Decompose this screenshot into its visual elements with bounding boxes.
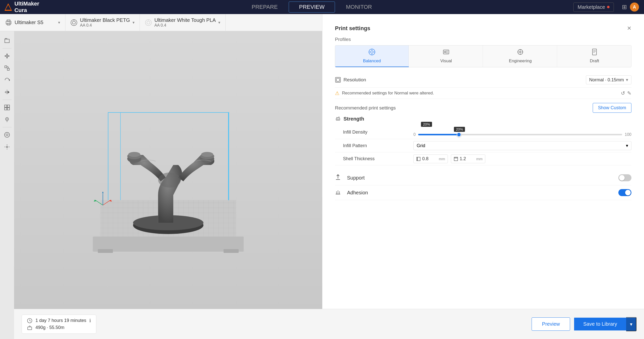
svg-point-45 (6, 146, 8, 148)
shell-top-unit: mm (476, 157, 483, 161)
time-info-icon[interactable]: ℹ (89, 318, 91, 323)
toolbar-open-file[interactable] (2, 35, 13, 46)
svg-rect-58 (98, 249, 113, 253)
nav-tabs: PREPARE PREVIEW MONITOR (50, 2, 573, 13)
recommended-title: Recommended print settings (335, 105, 396, 111)
resolution-row: Resolution Normal · 0.15mm ▾ (335, 72, 631, 88)
infill-slider-thumb[interactable] (457, 132, 461, 137)
printer-info: Ultimaker S5 (15, 20, 43, 25)
close-button[interactable]: ✕ (627, 25, 631, 32)
svg-marker-34 (5, 91, 7, 94)
warning-icon: ⚠ (335, 90, 339, 96)
strength-header: Strength (335, 116, 631, 122)
svg-point-10 (147, 21, 150, 24)
visual-icon (443, 48, 450, 57)
toolbar-scale[interactable] (2, 63, 13, 74)
toolbar-settings[interactable] (2, 129, 13, 140)
svg-point-97 (520, 51, 521, 53)
extruder2-chevron[interactable]: ▾ (218, 20, 220, 25)
shell-wall-input[interactable] (422, 156, 437, 161)
svg-point-43 (5, 132, 10, 137)
adhesion-toggle[interactable] (618, 189, 631, 196)
infill-pattern-control: Grid ▾ (413, 141, 631, 150)
adhesion-toggle-row: Adhesion (335, 185, 631, 200)
printer-selector[interactable]: Ultimaker S5 ▾ (0, 14, 65, 31)
svg-point-44 (6, 134, 8, 136)
support-toggle[interactable] (618, 174, 631, 181)
recommended-header: Recommended print settings Show Custom (335, 99, 631, 116)
resolution-selector[interactable]: Normal · 0.15mm ▾ (586, 75, 631, 84)
reset-warning-button[interactable]: ↺ (621, 90, 625, 96)
extruder1-chevron[interactable]: ▾ (133, 20, 135, 25)
svg-rect-59 (224, 249, 239, 253)
infill-pattern-selector[interactable]: Grid ▾ (413, 141, 631, 150)
warning-actions: ↺ ✎ (621, 90, 631, 96)
profile-tab-engineering[interactable]: Engineering (484, 45, 557, 67)
svg-rect-29 (7, 68, 9, 70)
marketplace-button[interactable]: Marketplace (573, 3, 614, 12)
show-custom-button[interactable]: Show Custom (593, 103, 631, 113)
toolbar-support[interactable] (2, 114, 13, 125)
printer-icon (5, 19, 12, 26)
svg-rect-28 (5, 66, 7, 68)
profile-tab-draft[interactable]: Draft (558, 45, 631, 67)
nav-monitor[interactable]: MONITOR (336, 2, 382, 12)
grid-icon[interactable]: ⊞ (622, 4, 627, 11)
warning-row: ⚠ Recommended settings for Normal were a… (335, 88, 631, 99)
avatar[interactable]: A (630, 3, 639, 12)
infill-pattern-value: Grid (417, 143, 425, 148)
infill-pattern-label: Infill Pattern (343, 143, 413, 148)
logo-icon (4, 3, 12, 12)
shell-top-field[interactable]: mm (451, 154, 485, 163)
adhesion-section-icon (335, 189, 345, 196)
svg-point-86 (371, 51, 373, 53)
profile-tab-visual[interactable]: Visual (409, 45, 483, 67)
profile-tabs: Balanced Visual Engineering (335, 45, 631, 67)
viewport[interactable] (14, 31, 322, 309)
extruder2-material: Ultimaker White Tough PLA (154, 17, 216, 23)
svg-line-71 (95, 200, 103, 205)
print-weight: 490g · 55.50m (35, 325, 64, 330)
printer-name: Ultimaker S5 (15, 20, 43, 25)
weight-icon (27, 325, 32, 330)
toolbar-mirror[interactable] (2, 87, 13, 98)
profile-tab-balanced-label: Balanced (363, 59, 381, 64)
toolbar-arrange[interactable] (2, 102, 13, 113)
svg-rect-103 (336, 78, 339, 81)
svg-rect-38 (5, 108, 7, 110)
infill-slider[interactable]: 20% (418, 134, 622, 135)
notification-dot (607, 6, 610, 8)
preview-button[interactable]: Preview (532, 317, 570, 331)
toolbar-move[interactable] (2, 50, 13, 62)
nav-preview[interactable]: PREVIEW (289, 2, 335, 13)
save-dropdown-button[interactable]: ▾ (626, 317, 636, 331)
svg-marker-27 (8, 55, 10, 57)
shell-top-input[interactable] (460, 156, 475, 161)
nav-prepare[interactable]: PREPARE (242, 2, 288, 12)
extruder2-selector[interactable]: Ultimaker White Tough PLA AA 0.4 ▾ (140, 14, 226, 31)
infill-label-badge: 20% (454, 127, 465, 132)
wall-icon (416, 157, 421, 161)
extruder1-nozzle: AA 0.4 (80, 23, 130, 28)
infill-density-row: Infill Density 20% 0 20% 100 (335, 125, 631, 139)
shell-wall-field[interactable]: mm (413, 154, 448, 163)
toolbar-rotate[interactable] (2, 75, 13, 86)
top-right: Marketplace ⊞ A (573, 3, 644, 12)
extruder1-info: Ultimaker Black PETG AA 0.4 (80, 17, 130, 28)
svg-rect-37 (7, 105, 10, 107)
shell-thickness-control: mm mm (413, 154, 631, 163)
extruder1-selector[interactable]: Ultimaker Black PETG AA 0.4 ▾ (65, 14, 140, 31)
toolbar-preferences[interactable] (2, 141, 13, 152)
time-icon (27, 318, 32, 323)
edit-warning-button[interactable]: ✎ (627, 90, 631, 96)
svg-marker-74 (102, 191, 104, 193)
save-to-library-button[interactable]: Save to Library (574, 318, 626, 330)
profile-tab-balanced[interactable]: Balanced (335, 45, 409, 67)
time-row: 1 day 7 hours 19 minutes ℹ (27, 318, 91, 323)
printer-chevron[interactable]: ▾ (58, 20, 60, 25)
print-settings-panel: Print settings ✕ Profiles Balanced (322, 14, 644, 339)
logo-area: UltiMaker Cura (0, 1, 50, 14)
draft-icon (591, 48, 598, 57)
svg-rect-98 (592, 49, 596, 55)
profile-tab-draft-label: Draft (590, 59, 599, 64)
